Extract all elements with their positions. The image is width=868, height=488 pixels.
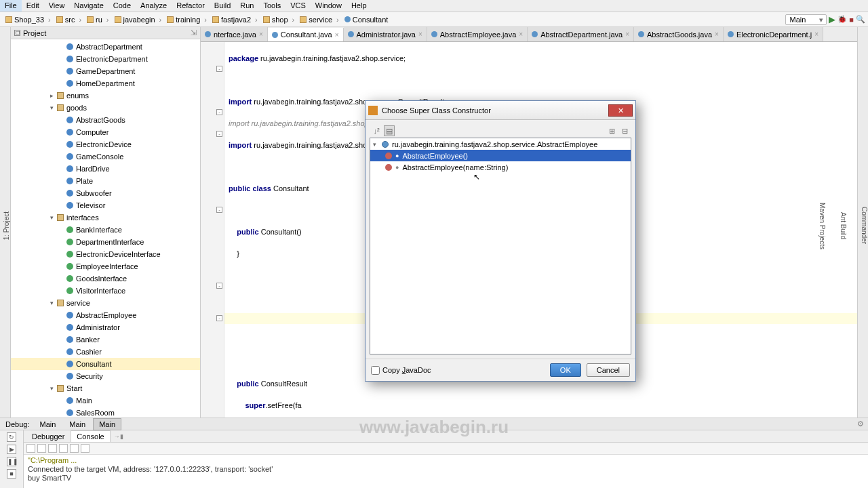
- tree-node-enums[interactable]: ▸enums: [11, 89, 200, 102]
- close-tab-icon[interactable]: ×: [715, 30, 719, 38]
- menu-file[interactable]: File: [0, 0, 22, 12]
- run-tab-main[interactable]: Main: [93, 418, 121, 430]
- cancel-button[interactable]: Cancel: [587, 363, 630, 377]
- fold-icon[interactable]: -: [216, 283, 222, 289]
- constructor-item[interactable]: ● AbstractEmployee(name:String): [370, 161, 631, 173]
- tree-node-abstractgoods[interactable]: AbstractGoods: [11, 114, 200, 126]
- fold-icon[interactable]: -: [216, 315, 222, 321]
- menu-run[interactable]: Run: [235, 0, 258, 12]
- search-icon[interactable]: 🔍: [856, 15, 865, 24]
- expander-icon[interactable]: ▾: [49, 300, 54, 306]
- debug-icon[interactable]: 🐞: [837, 15, 847, 24]
- tree-node-visitorinterface[interactable]: VisitorInterface: [11, 285, 200, 297]
- crumb-shop_33[interactable]: Shop_33›: [3, 16, 54, 24]
- tree-node-homedepartment[interactable]: HomeDepartment: [11, 77, 200, 89]
- tree-node-gameconsole[interactable]: GameConsole: [11, 150, 200, 163]
- filter-icon[interactable]: ▤: [384, 125, 395, 136]
- tree-node-electronicdeviceinterface[interactable]: ElectronicDeviceInterface: [11, 248, 200, 260]
- editor-tab[interactable]: AbstractGoods.java×: [634, 27, 724, 41]
- side-ant[interactable]: Ant Build: [840, 212, 847, 239]
- tree-node-electronicdepartment[interactable]: ElectronicDepartment: [11, 53, 200, 65]
- tree-node-consultant[interactable]: Consultant: [11, 358, 200, 370]
- tree-node-computer[interactable]: Computer: [11, 126, 200, 138]
- menu-vcs[interactable]: VCS: [285, 0, 311, 12]
- close-tab-icon[interactable]: ×: [335, 31, 339, 39]
- tab-debugger[interactable]: Debugger: [26, 431, 70, 442]
- constructor-list[interactable]: ▾ ru.javabegin.training.fastjava2.shop.s…: [370, 138, 631, 354]
- close-tab-icon[interactable]: ×: [814, 30, 818, 38]
- collapse-icon[interactable]: ⇲: [191, 28, 197, 37]
- stop-icon[interactable]: ■: [849, 16, 854, 24]
- tree-node-employeeinterface[interactable]: EmployeeInterface: [11, 260, 200, 272]
- tree-node-cashier[interactable]: Cashier: [11, 346, 200, 358]
- expander-icon[interactable]: ▸: [49, 92, 54, 99]
- fold-icon[interactable]: -: [216, 109, 222, 115]
- close-icon[interactable]: ✕: [608, 104, 633, 117]
- ok-button[interactable]: OK: [550, 363, 581, 377]
- rerun-icon[interactable]: ↻: [7, 432, 16, 442]
- sort-icon[interactable]: ↓²: [371, 125, 382, 136]
- close-tab-icon[interactable]: ×: [625, 30, 629, 38]
- side-project[interactable]: 1: Project: [3, 211, 10, 240]
- crumb-javabegin[interactable]: javabegin›: [112, 16, 165, 24]
- run-to-cursor-icon[interactable]: [59, 444, 68, 453]
- fold-icon[interactable]: -: [216, 207, 222, 213]
- menu-code[interactable]: Code: [108, 0, 136, 12]
- menu-help[interactable]: Help: [347, 0, 372, 12]
- crumb-shop[interactable]: shop›: [260, 16, 298, 24]
- fold-icon[interactable]: -: [216, 66, 222, 72]
- tree-node-salesroom[interactable]: SalesRoom: [11, 407, 200, 418]
- editor-tab[interactable]: AbstractEmployee.java×: [427, 27, 528, 41]
- copy-javadoc-checkbox[interactable]: Copy JavaDoc: [371, 366, 431, 375]
- tree-node-electronicdevice[interactable]: ElectronicDevice: [11, 138, 200, 150]
- editor-tab[interactable]: AbstractDepartment.java×: [528, 27, 634, 41]
- menu-tools[interactable]: Tools: [258, 0, 285, 12]
- close-tab-icon[interactable]: ×: [519, 30, 523, 38]
- tree-node-abstractemployee[interactable]: AbstractEmployee: [11, 309, 200, 321]
- menu-window[interactable]: Window: [311, 0, 347, 12]
- dialog-title-bar[interactable]: Choose Super Class Constructor ✕: [366, 101, 635, 120]
- run-icon[interactable]: ▶: [829, 14, 835, 24]
- settings-icon[interactable]: ⚙: [857, 420, 868, 428]
- close-tab-icon[interactable]: ×: [418, 30, 422, 38]
- crumb-service[interactable]: service›: [297, 16, 342, 24]
- pause-icon[interactable]: ❚❚: [7, 457, 16, 466]
- tree-node-main[interactable]: Main: [11, 394, 200, 407]
- run-config-select[interactable]: Main ▾: [785, 14, 827, 25]
- tree-node-goodsinterface[interactable]: GoodsInterface: [11, 272, 200, 285]
- tree-node-subwoofer[interactable]: Subwoofer: [11, 187, 200, 199]
- menu-build[interactable]: Build: [210, 0, 235, 12]
- tree-node-goods[interactable]: ▾goods: [11, 102, 200, 114]
- run-tab-main[interactable]: Main: [63, 418, 92, 430]
- tree-node-departmentinterface[interactable]: DepartmentInterface: [11, 236, 200, 248]
- menu-refactor[interactable]: Refactor: [172, 0, 210, 12]
- collapse-icon[interactable]: ⊟: [619, 125, 630, 136]
- tree-node-harddrive[interactable]: HardDrive: [11, 163, 200, 175]
- editor-tab[interactable]: nterface.java×: [201, 27, 268, 41]
- tree-node-start[interactable]: ▾Start: [11, 382, 200, 394]
- fold-icon[interactable]: -: [216, 131, 222, 137]
- step-out-icon[interactable]: [48, 444, 57, 453]
- crumb-training[interactable]: training›: [164, 16, 210, 24]
- crumb-ru[interactable]: ru›: [84, 16, 111, 24]
- crumb-consultant[interactable]: Consultant: [342, 16, 391, 24]
- editor-tab[interactable]: Consultant.java×: [268, 28, 344, 42]
- tree-node-plate[interactable]: Plate: [11, 175, 200, 187]
- tree-node-interfaces[interactable]: ▾interfaces: [11, 211, 200, 224]
- side-commander[interactable]: Commander: [861, 207, 868, 244]
- run-tab-main[interactable]: Main: [33, 418, 62, 430]
- editor-tab[interactable]: Administrator.java×: [344, 27, 427, 41]
- tree-root[interactable]: ▾ ru.javabegin.training.fastjava2.shop.s…: [370, 138, 631, 150]
- constructor-item[interactable]: ● AbstractEmployee(): [370, 150, 631, 161]
- editor-tab[interactable]: ElectronicDepartment.j×: [724, 27, 823, 41]
- expander-icon[interactable]: ▾: [49, 104, 54, 111]
- more-icon[interactable]: [81, 444, 90, 453]
- menu-edit[interactable]: Edit: [22, 0, 44, 12]
- expand-icon[interactable]: ⊞: [606, 125, 617, 136]
- tree-node-bankinterface[interactable]: BankInterface: [11, 224, 200, 236]
- tab-console[interactable]: Console: [71, 430, 110, 442]
- project-tree[interactable]: AbstractDepartmentElectronicDepartmentGa…: [11, 39, 200, 418]
- stop-icon[interactable]: ■: [7, 469, 16, 479]
- close-tab-icon[interactable]: ×: [259, 30, 263, 38]
- tree-node-abstractdepartment[interactable]: AbstractDepartment: [11, 41, 200, 53]
